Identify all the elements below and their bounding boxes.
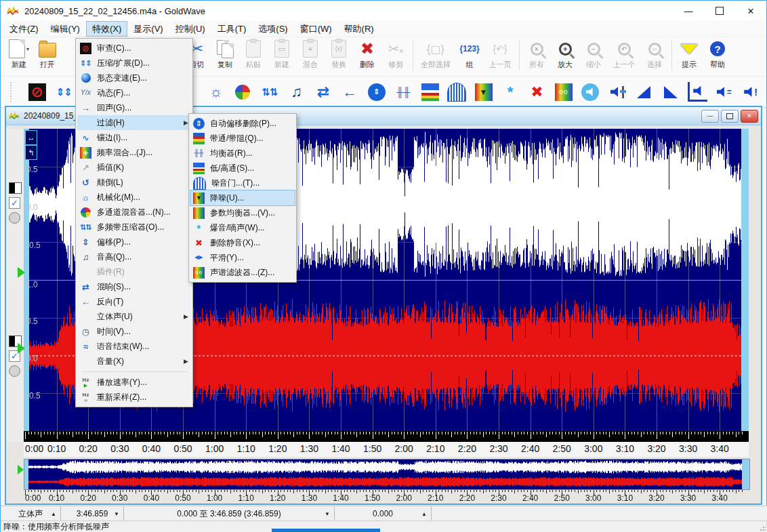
menubar-item-help[interactable]: 帮助(R) bbox=[338, 21, 380, 37]
doc-minimize-button[interactable]: — bbox=[701, 110, 719, 123]
spectrum-filter-effect-button[interactable]: oo bbox=[552, 81, 575, 104]
multichannel-mixer-effect-button[interactable] bbox=[232, 81, 254, 104]
menu-item-invert[interactable]: ↺颠倒(L) bbox=[77, 175, 191, 190]
menu-item-parametric-eq[interactable]: 参数均衡器...(V)... bbox=[190, 205, 295, 220]
minimize-button[interactable]: — bbox=[673, 1, 704, 21]
reverb-effect-button[interactable]: ⇄ bbox=[312, 81, 334, 104]
menu-item-playback-rate[interactable]: Hz▶播放速率(Y)... bbox=[77, 375, 191, 390]
mechanize-effect-button[interactable]: ☼ bbox=[205, 81, 227, 104]
menu-item-offset[interactable]: ⇕偏移(P)... bbox=[77, 234, 191, 249]
menu-item-smoother[interactable]: ◀▶平滑(Y)... bbox=[190, 250, 295, 265]
menubar-item-options[interactable]: 选项(S) bbox=[252, 21, 293, 37]
menubar-item-effects[interactable]: 特效(X) bbox=[86, 21, 127, 37]
menu-item-shape-rate[interactable]: 形态变速(E)... bbox=[77, 70, 191, 85]
menu-item-time[interactable]: ◷时间(V)... bbox=[77, 324, 191, 339]
selection-start-handle-icon[interactable]: ↔ bbox=[25, 130, 37, 145]
menu-item-noise-reduction[interactable]: ▼降噪(U)... bbox=[190, 190, 295, 205]
new-button[interactable]: ▾新建 bbox=[5, 39, 33, 72]
menu-item-bandpass-bandstop[interactable]: 带通/带阻(Q)... bbox=[190, 131, 295, 146]
menu-item-volume[interactable]: 音量(X)▶ bbox=[77, 354, 191, 369]
menu-item-review[interactable]: ⊘审查(C)... bbox=[77, 41, 191, 56]
menu-item-voice-over[interactable]: ≈语音结束(W)... bbox=[77, 339, 191, 354]
total-length-spinner-icon[interactable]: ▼ bbox=[114, 511, 119, 517]
menu-item-filter[interactable]: 过滤(H)▶ bbox=[77, 115, 191, 130]
position-spinner-icon[interactable]: ▲ bbox=[421, 511, 427, 517]
multiband-compressor-effect-button[interactable]: ⇅⇅ bbox=[258, 81, 281, 104]
channel1-radio[interactable] bbox=[9, 212, 20, 224]
menubar-item-control[interactable]: 控制(U) bbox=[169, 21, 211, 37]
compress-expand-effect-button[interactable]: ⇕⇕ bbox=[52, 81, 75, 104]
noise-reduction-effect-button[interactable]: ▼ bbox=[472, 81, 495, 104]
match-volume-effect-button[interactable] bbox=[686, 81, 708, 104]
menubar-item-tool[interactable]: 工具(T) bbox=[211, 21, 253, 37]
resize-grip[interactable] bbox=[760, 525, 766, 531]
delete-button[interactable]: ✖删除 bbox=[353, 39, 381, 72]
menu-item-frequency-blend[interactable]: +频率混合...(J)... bbox=[77, 145, 191, 160]
menu-item-low-highpass[interactable]: 低/高通(S)... bbox=[190, 161, 295, 176]
maximize-button[interactable] bbox=[704, 1, 735, 21]
play-marker-channel2-icon[interactable] bbox=[18, 343, 25, 354]
menu-item-reverb[interactable]: ⇄混响(S)... bbox=[77, 279, 191, 294]
menubar-item-view[interactable]: 显示(V) bbox=[127, 21, 169, 37]
overview-waveform[interactable] bbox=[24, 459, 750, 490]
fade-in-effect-button[interactable] bbox=[633, 81, 655, 104]
doc-close-button[interactable]: ✕ bbox=[741, 110, 758, 123]
copy-button[interactable]: 复制 bbox=[211, 39, 239, 72]
volume-effect-button[interactable] bbox=[579, 81, 602, 104]
hint-button[interactable]: 提示 bbox=[675, 39, 703, 72]
menubar-item-file[interactable]: 文件(Z) bbox=[3, 21, 45, 37]
total-length-selector[interactable]: 3:46.859▼ bbox=[61, 506, 124, 521]
selection-finish-handle-icon[interactable]: ↰ bbox=[25, 145, 37, 160]
menu-item-flange[interactable]: ∿镶边(I)... bbox=[77, 130, 191, 145]
channel-mode-spinner-icon[interactable]: ▲ bbox=[51, 511, 56, 517]
zoom-in-button[interactable]: ＋放大 bbox=[551, 39, 579, 72]
equalizer-effect-button[interactable]: ╫╫ bbox=[392, 81, 414, 104]
channel1-checkbox[interactable]: ✓ bbox=[9, 197, 20, 209]
time-ruler-labels[interactable]: 0:000:100:200:300:400:501:001:101:201:30… bbox=[24, 442, 749, 457]
pitch-effect-button[interactable]: ♫ bbox=[285, 81, 308, 104]
noise-gate-effect-button[interactable] bbox=[445, 81, 468, 104]
time-ruler-ticks[interactable] bbox=[24, 431, 749, 442]
channel1-display-toggle[interactable] bbox=[9, 182, 22, 194]
menu-item-plugin[interactable]: 插件(R) bbox=[77, 264, 191, 279]
menu-item-pop-click[interactable]: *爆音/嘀声(W)... bbox=[190, 220, 295, 235]
menu-item-pitch[interactable]: ♫音高(Q)... bbox=[77, 249, 191, 264]
menu-item-multiband-compressor[interactable]: ⇅⇅多频带压缩器(O)... bbox=[77, 220, 191, 234]
play-marker-channel1-icon[interactable] bbox=[18, 267, 25, 278]
channel2-radio[interactable] bbox=[9, 365, 20, 377]
menu-item-auto-offset-remove[interactable]: ⇕自动偏移删除(P)... bbox=[190, 116, 295, 131]
change-volume-effect-button[interactable]: = bbox=[713, 81, 735, 104]
menu-item-multichannel-mixer[interactable]: 多通道混音器...(N)... bbox=[77, 205, 191, 220]
maximize-volume-effect-button[interactable]: ! bbox=[739, 81, 762, 104]
menu-item-resample[interactable]: Hz∞重新采样(Z)... bbox=[77, 390, 191, 405]
menu-item-echo[interactable]: →回声(G)... bbox=[77, 100, 191, 115]
menu-item-spectrum-filter[interactable]: oo声谱滤波器...(Z)... bbox=[190, 265, 295, 280]
shape-volume-effect-button[interactable] bbox=[606, 81, 628, 104]
silence-reduction-effect-button[interactable]: ✖ bbox=[526, 81, 548, 104]
menu-item-compress-expand[interactable]: ⇕⇕压缩/扩展(D)... bbox=[77, 56, 191, 70]
selection-spinner-icon[interactable]: ▼ bbox=[325, 511, 330, 517]
toolbar-grip[interactable] bbox=[10, 82, 14, 102]
menu-item-equalizer[interactable]: ╫╫均衡器(R)... bbox=[190, 146, 295, 161]
overview-play-marker-icon[interactable] bbox=[18, 465, 24, 474]
doc-restore-button[interactable] bbox=[721, 110, 739, 123]
menubar-item-window[interactable]: 窗口(W) bbox=[294, 21, 338, 37]
low-highpass-effect-button[interactable] bbox=[419, 81, 441, 104]
menu-item-dynamics[interactable]: Y/x动态(F)... bbox=[77, 85, 191, 100]
close-button[interactable]: ✕ bbox=[735, 1, 766, 21]
offset-effect-button[interactable]: ⇕ bbox=[365, 81, 388, 104]
menubar-item-edit[interactable]: 编辑(Y) bbox=[45, 21, 86, 37]
pop-click-effect-button[interactable]: * bbox=[499, 81, 521, 104]
menu-item-stereo[interactable]: 立体声(U)▶ bbox=[77, 309, 191, 324]
fade-out-effect-button[interactable] bbox=[659, 81, 682, 104]
group-button[interactable]: {123}组 bbox=[455, 39, 484, 72]
selection-range-selector[interactable]: 0.000 至 3:46.859 (3:46.859)▼ bbox=[124, 506, 335, 521]
menu-item-noise-gate[interactable]: 噪音门...(T)... bbox=[190, 176, 295, 190]
menu-item-mechanize[interactable]: ☼机械化(M)... bbox=[77, 190, 191, 205]
help-button[interactable]: ?帮助 bbox=[703, 39, 732, 72]
censor-effect-button[interactable]: ⊘ bbox=[26, 81, 48, 104]
menu-item-reverse[interactable]: ←反向(T) bbox=[77, 294, 191, 309]
menu-item-silence-reduction[interactable]: ✖删除静音(X)... bbox=[190, 235, 295, 250]
position-selector[interactable]: 0.000▲ bbox=[335, 506, 432, 521]
open-button[interactable]: 打开 bbox=[33, 39, 62, 72]
